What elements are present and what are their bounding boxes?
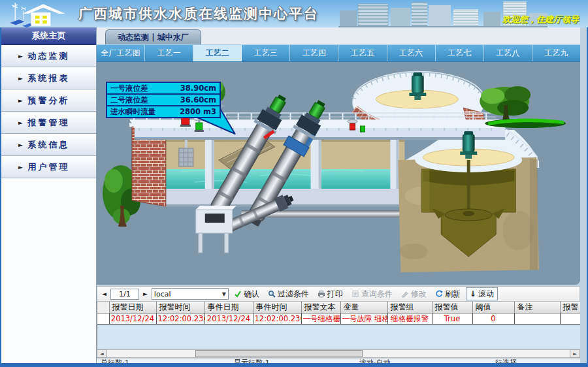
mixer-motor-bottom — [460, 131, 477, 159]
menu-arrow-icon: ► — [18, 120, 23, 126]
row-gutter-cell — [97, 313, 109, 325]
magnifier-icon — [268, 290, 276, 298]
alarm-row[interactable]: 2013/12/24 12:02:00.236 2013/12/24 12:02… — [97, 313, 580, 325]
node-selector[interactable]: local ▼ — [152, 288, 229, 300]
sidebar-item-system-reports[interactable]: ► 系统报表 — [1, 67, 96, 89]
col-alarm-time: 报警时间 — [156, 302, 204, 313]
scrollbar-thumb[interactable] — [195, 350, 363, 357]
alarm-table-header: 报警日期 报警时间 事件日期 事件时间 报警文本 变量 报警组 报警值 阈值 备… — [97, 302, 580, 313]
col-alarm-group: 报警组 — [387, 302, 432, 313]
right-arrow-icon: ► — [573, 351, 576, 357]
printer-icon — [318, 290, 325, 298]
refresh-icon — [435, 290, 443, 298]
welcome-text: 欢迎您，住建厅领导 — [502, 14, 579, 25]
sidebar: 系统主页 ► 动态监测 ► 系统报表 ► 预警分析 ► 报警管理 ► 系统信息 — [1, 27, 97, 363]
mixer-motor-top — [409, 72, 426, 100]
breadcrumb-tab[interactable]: 动态监测 | 城中水厂 — [105, 29, 201, 44]
refresh-button[interactable]: 刷新 — [432, 288, 464, 300]
query-button[interactable]: 查询条件 — [348, 288, 396, 300]
tab-process-3[interactable]: 工艺三 — [242, 45, 290, 61]
mixer-shaft — [467, 160, 470, 216]
breadcrumb-row: 动态监测 | 城中水厂 — [97, 27, 580, 44]
acknowledge-button[interactable]: 确认 — [231, 288, 263, 300]
col-threshold: 阈值 — [472, 302, 514, 313]
sidebar-item-user-management[interactable]: ► 用户管理 — [1, 156, 96, 178]
menu-arrow-icon: ► — [18, 53, 23, 59]
col-variable: 变量 — [340, 302, 387, 313]
callout-row: 一号液位差 38.90cm — [107, 83, 220, 95]
tab-process-4[interactable]: 工艺四 — [290, 45, 338, 61]
valve-green-2 — [360, 126, 365, 132]
callout-row: 二号液位差 36.60cm — [107, 95, 220, 106]
tab-process-7[interactable]: 工艺七 — [436, 45, 484, 61]
modify-button[interactable]: 修改 — [398, 288, 430, 300]
col-alarm-text: 报警文本 — [301, 302, 340, 313]
page-indicator: 1/1 — [110, 289, 139, 300]
down-arrow-icon: ↓ — [470, 289, 476, 298]
col-event-time: 事件时间 — [253, 302, 301, 313]
sidebar-item-warning-analysis[interactable]: ► 预警分析 — [1, 89, 96, 112]
scroll-right-button[interactable]: ► — [570, 349, 580, 358]
col-event-date: 事件日期 — [204, 302, 253, 313]
sidebar-filler — [1, 178, 96, 363]
dropdown-arrow-icon: ▼ — [222, 291, 226, 297]
footer-strip — [0, 363, 588, 367]
page-title: 广西城市供水水质在线监测中心平台 — [78, 5, 319, 23]
sidebar-home[interactable]: 系统主页 — [1, 27, 96, 45]
query-icon — [351, 290, 359, 298]
pencil-icon — [401, 290, 409, 298]
page-next-button[interactable]: ► — [141, 291, 150, 297]
menu-arrow-icon: ► — [18, 142, 23, 148]
row-gutter-header — [97, 302, 109, 313]
level-data-callout: 一号液位差 38.90cm 二号液位差 36.60cm 进水瞬时流量 2800 … — [106, 82, 221, 118]
filter-button[interactable]: 过滤条件 — [265, 288, 312, 300]
menu-arrow-icon: ► — [18, 75, 23, 82]
left-arrow-icon: ◄ — [100, 351, 103, 357]
tab-plant-overview[interactable]: 全厂工艺图 — [97, 45, 145, 61]
eco-house-logo — [8, 0, 81, 27]
tab-process-9[interactable]: 工艺九 — [532, 45, 580, 61]
tab-process-2[interactable]: 工艺二 — [193, 45, 242, 61]
col-alarm-extra: 报警 — [560, 302, 580, 313]
alarm-toolbar: ◄ 1/1 ► local ▼ 确认 — [97, 286, 580, 302]
print-button[interactable]: 打印 — [314, 288, 346, 300]
check-icon — [234, 290, 242, 298]
tab-process-1[interactable]: 工艺一 — [145, 45, 193, 61]
hopper-opening — [205, 214, 225, 223]
col-alarm-date: 报警日期 — [109, 302, 156, 313]
sidebar-item-dynamic-monitoring[interactable]: ► 动态监测 — [1, 45, 96, 67]
sidebar-item-system-info[interactable]: ► 系统信息 — [1, 134, 96, 156]
callout-row: 进水瞬时流量 2800 m3 — [107, 106, 220, 117]
col-remark: 备注 — [514, 302, 560, 313]
menu-arrow-icon: ► — [18, 97, 23, 104]
alarm-table: 报警日期 报警时间 事件日期 事件时间 报警文本 变量 报警组 报警值 阈值 备… — [97, 302, 580, 325]
scroll-toggle-button[interactable]: ↓ 滚动 — [466, 287, 498, 300]
app-window: 广西城市供水水质在线监测中心平台 欢迎您，住建厅领导 — [0, 0, 588, 367]
col-alarm-value: 报警值 — [432, 302, 472, 313]
menu-arrow-icon: ► — [18, 164, 23, 170]
alarm-table-zone: 报警日期 报警时间 事件日期 事件时间 报警文本 变量 报警组 报警值 阈值 备… — [97, 302, 580, 349]
tab-process-5[interactable]: 工艺五 — [338, 45, 387, 61]
scroll-left-button[interactable]: ◄ — [97, 349, 107, 358]
scrollbar-track[interactable] — [107, 349, 570, 358]
process-tab-bar: 全厂工艺图 工艺一 工艺二 工艺三 工艺四 工艺五 工艺六 工艺七 工艺八 工艺… — [97, 44, 580, 62]
tab-process-6[interactable]: 工艺六 — [387, 45, 436, 61]
horizontal-scrollbar: ◄ ► — [97, 349, 580, 358]
tab-process-8[interactable]: 工艺八 — [484, 45, 532, 61]
page-prev-button[interactable]: ◄ — [100, 291, 108, 297]
app-header: 广西城市供水水质在线监测中心平台 欢迎您，住建厅领导 — [0, 0, 588, 27]
sidebar-item-alarm-management[interactable]: ► 报警管理 — [1, 112, 96, 134]
main-content: 动态监测 | 城中水厂 全厂工艺图 工艺一 工艺二 工艺三 工艺四 工艺五 工艺… — [97, 27, 587, 363]
scada-canvas: 一号液位差 38.90cm 二号液位差 36.60cm 进水瞬时流量 2800 … — [97, 62, 580, 285]
